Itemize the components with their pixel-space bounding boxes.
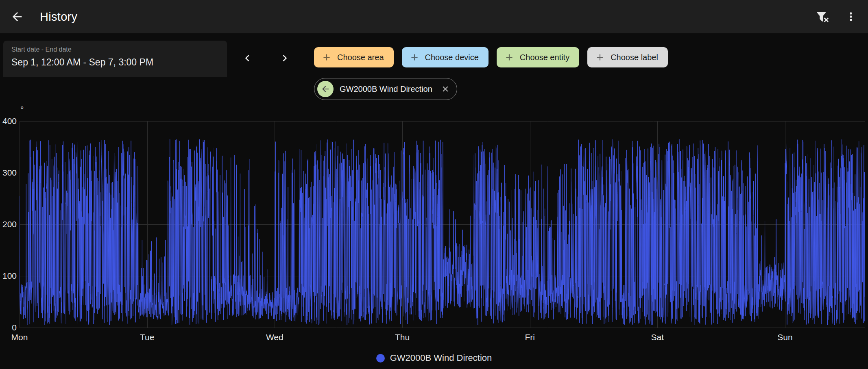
date-range-picker[interactable]: Start date - End date Sep 1, 12:00 AM - …	[3, 41, 227, 77]
filter-chip-label: Choose device	[425, 53, 479, 62]
remove-entity-button[interactable]	[439, 82, 452, 96]
filter-chip-choose-device[interactable]: Choose device	[402, 47, 489, 67]
x-tick-label: Thu	[395, 332, 410, 342]
filter-chip-label: Choose label	[611, 53, 658, 62]
plus-icon	[504, 52, 515, 63]
filter-remove-icon	[816, 10, 829, 23]
filter-chip-choose-area[interactable]: Choose area	[314, 47, 394, 67]
y-tick-label: 0	[0, 323, 17, 332]
chevron-right-icon	[278, 52, 291, 65]
y-tick-label: 200	[0, 219, 17, 229]
dots-vertical-icon	[844, 10, 857, 23]
x-tick-label: Wed	[266, 332, 284, 342]
filter-chip-label: Choose area	[337, 53, 384, 62]
back-button[interactable]	[4, 4, 30, 30]
plus-icon	[409, 52, 420, 63]
app-header: History	[0, 0, 868, 33]
y-axis-unit: °	[20, 105, 24, 115]
entity-chip-label: GW2000B Wind Direction	[340, 85, 432, 94]
filter-chip-choose-label[interactable]: Choose label	[587, 47, 668, 67]
legend-label: GW2000B Wind Direction	[390, 353, 492, 363]
plus-icon	[595, 52, 605, 63]
y-tick-label: 400	[0, 116, 17, 126]
plus-icon	[321, 52, 332, 63]
history-page: History Start date - End date Sep 1, 12:…	[0, 0, 868, 369]
arrow-left-icon	[10, 10, 24, 24]
close-icon	[441, 85, 450, 93]
previous-period-button[interactable]	[237, 48, 258, 69]
legend-item[interactable]: GW2000B Wind Direction	[0, 351, 868, 365]
x-tick-label: Sat	[651, 332, 664, 342]
filter-chips: Choose areaChoose deviceChoose entityCho…	[314, 47, 668, 67]
date-range-value: Sep 1, 12:00 AM - Sep 7, 3:00 PM	[11, 57, 219, 68]
chevron-left-icon	[241, 52, 254, 65]
overflow-menu-button[interactable]	[838, 4, 864, 30]
next-period-button[interactable]	[274, 48, 295, 69]
x-tick-label: Fri	[525, 332, 535, 342]
arrow-left-icon	[321, 84, 330, 94]
selected-entity-chip[interactable]: GW2000B Wind Direction	[314, 78, 457, 100]
date-range-label: Start date - End date	[11, 46, 219, 53]
legend-color-dot	[376, 354, 385, 362]
filter-chip-label: Choose entity	[520, 53, 569, 62]
filter-chip-choose-entity[interactable]: Choose entity	[497, 47, 579, 67]
entity-chip-avatar	[317, 81, 334, 97]
page-title: History	[40, 10, 77, 24]
x-tick-label: Mon	[11, 332, 28, 342]
y-tick-label: 100	[0, 271, 17, 281]
x-tick-label: Sun	[777, 332, 792, 342]
x-tick-label: Tue	[140, 332, 154, 342]
y-tick-label: 300	[0, 168, 17, 178]
history-chart[interactable]	[20, 118, 865, 331]
remove-filter-button[interactable]	[809, 4, 835, 30]
